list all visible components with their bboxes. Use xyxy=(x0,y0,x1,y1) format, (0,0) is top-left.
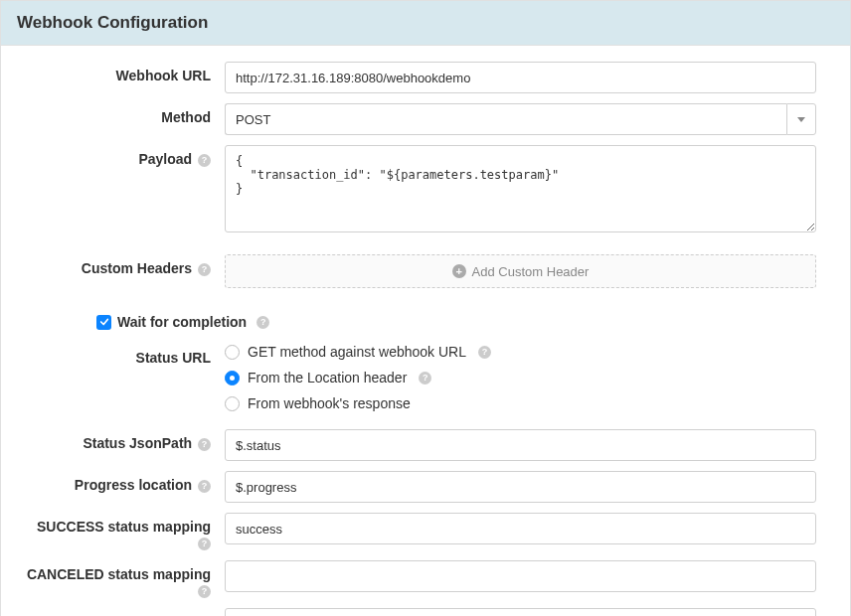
row-method: Method POST xyxy=(21,103,816,135)
help-icon[interactable]: ? xyxy=(198,438,211,451)
plus-circle-icon: + xyxy=(452,264,466,278)
label-status-jsonpath: Status JsonPath ? xyxy=(21,429,225,451)
radio-circle xyxy=(225,345,240,360)
label-canceled-mapping: CANCELED status mapping ? xyxy=(21,560,225,598)
method-select[interactable]: POST xyxy=(225,103,816,135)
label-progress-location-text: Progress location xyxy=(75,477,192,493)
row-payload: Payload ? { "transaction_id": "${paramet… xyxy=(21,145,816,236)
row-webhook-url: Webhook URL xyxy=(21,62,816,93)
label-success-mapping-text: SUCCESS status mapping xyxy=(37,519,211,535)
radio-circle xyxy=(225,396,240,411)
row-success-mapping: SUCCESS status mapping ? xyxy=(21,513,816,550)
status-url-radio-group: GET method against webhook URL ? From th… xyxy=(225,344,816,411)
label-status-url: Status URL xyxy=(21,344,225,366)
method-select-value: POST xyxy=(225,103,786,135)
row-terminal-mapping: TERMINAL status mapping ? xyxy=(21,608,816,616)
row-status-url: Status URL GET method against webhook UR… xyxy=(21,344,816,411)
label-custom-headers-text: Custom Headers xyxy=(82,260,192,276)
method-select-arrow[interactable] xyxy=(786,103,816,135)
caret-down-icon xyxy=(797,117,805,122)
add-custom-header-label: Add Custom Header xyxy=(472,264,590,279)
payload-textarea[interactable]: { "transaction_id": "${parameters.testpa… xyxy=(225,145,816,232)
row-progress-location: Progress location ? xyxy=(21,471,816,503)
row-custom-headers: Custom Headers ? + Add Custom Header xyxy=(21,254,816,288)
label-payload-text: Payload xyxy=(138,151,192,167)
label-terminal-mapping: TERMINAL status mapping ? xyxy=(21,608,225,616)
panel-body: Webhook URL Method POST Payload ? xyxy=(1,46,850,616)
label-custom-headers: Custom Headers ? xyxy=(21,254,225,276)
help-icon[interactable]: ? xyxy=(419,372,431,385)
wait-completion-checkbox[interactable] xyxy=(96,315,111,330)
label-success-mapping: SUCCESS status mapping ? xyxy=(21,513,225,550)
label-progress-location: Progress location ? xyxy=(21,471,225,493)
radio-get-method-label: GET method against webhook URL xyxy=(248,344,466,360)
label-status-jsonpath-text: Status JsonPath xyxy=(83,435,192,451)
check-icon xyxy=(99,317,109,327)
radio-webhook-response[interactable]: From webhook's response xyxy=(225,395,816,411)
label-payload: Payload ? xyxy=(21,145,225,167)
wait-completion-label: Wait for completion xyxy=(117,314,247,330)
help-icon[interactable]: ? xyxy=(198,480,211,493)
webhook-url-input[interactable] xyxy=(225,62,816,93)
label-method: Method xyxy=(21,103,225,125)
row-status-jsonpath: Status JsonPath ? xyxy=(21,429,816,461)
help-icon[interactable]: ? xyxy=(478,346,491,359)
radio-webhook-response-label: From webhook's response xyxy=(248,395,411,411)
panel-title: Webhook Configuration xyxy=(1,1,850,46)
status-jsonpath-input[interactable] xyxy=(225,429,816,461)
canceled-mapping-input[interactable] xyxy=(225,560,816,592)
help-icon[interactable]: ? xyxy=(198,585,211,598)
progress-location-input[interactable] xyxy=(225,471,816,503)
help-icon[interactable]: ? xyxy=(256,316,269,329)
label-canceled-mapping-text: CANCELED status mapping xyxy=(27,566,211,582)
terminal-mapping-input[interactable] xyxy=(225,608,816,616)
row-wait-completion: Wait for completion ? xyxy=(96,314,816,330)
help-icon[interactable]: ? xyxy=(198,538,211,550)
radio-get-method[interactable]: GET method against webhook URL ? xyxy=(225,344,816,360)
radio-circle xyxy=(225,371,240,385)
help-icon[interactable]: ? xyxy=(198,263,211,276)
help-icon[interactable]: ? xyxy=(198,154,211,167)
row-canceled-mapping: CANCELED status mapping ? xyxy=(21,560,816,598)
radio-location-header[interactable]: From the Location header ? xyxy=(225,370,816,385)
label-webhook-url: Webhook URL xyxy=(21,62,225,83)
radio-location-header-label: From the Location header xyxy=(248,370,407,385)
success-mapping-input[interactable] xyxy=(225,513,816,544)
webhook-config-panel: Webhook Configuration Webhook URL Method… xyxy=(0,0,851,616)
add-custom-header-button[interactable]: + Add Custom Header xyxy=(225,254,816,288)
